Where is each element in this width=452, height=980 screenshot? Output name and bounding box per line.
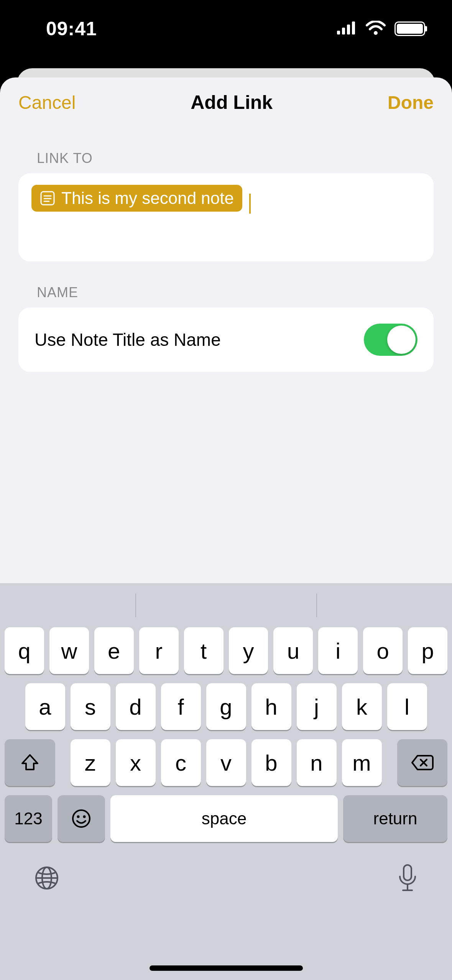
key-g[interactable]: g [206,683,246,730]
key-u[interactable]: u [273,627,313,674]
key-l[interactable]: l [387,683,427,730]
key-emoji[interactable] [58,795,105,842]
use-title-label: Use Note Title as Name [35,329,221,350]
svg-rect-17 [404,865,411,880]
keyboard-row-3: z x c v b n m [0,739,452,786]
text-cursor [249,194,251,214]
modal-sheet: Cancel Add Link Done LINK TO This is my … [0,77,452,980]
key-backspace[interactable] [397,739,448,786]
keyboard-row-4: 123 space return [0,795,452,842]
key-y[interactable]: y [229,627,268,674]
keyboard-row-1: q w e r t y u i o p [0,627,452,674]
svg-rect-1 [342,28,345,35]
globe-button[interactable] [33,864,61,893]
key-t[interactable]: t [184,627,224,674]
keyboard-bottom-bar [0,851,452,895]
battery-icon [394,21,425,36]
key-z[interactable]: z [71,739,110,786]
linked-note-label: This is my second note [61,189,234,208]
key-numbers[interactable]: 123 [5,795,52,842]
svg-point-12 [77,816,80,818]
modal-title: Add Link [191,91,273,113]
key-q[interactable]: q [5,627,44,674]
svg-rect-2 [347,25,350,35]
svg-rect-3 [352,21,355,35]
key-x[interactable]: x [116,739,156,786]
key-n[interactable]: n [297,739,337,786]
keyboard-row-2: a s d f g h j k l [0,683,452,730]
key-i[interactable]: i [318,627,358,674]
status-bar: 09:41 [0,0,452,58]
cancel-button[interactable]: Cancel [18,92,76,113]
key-w[interactable]: w [49,627,89,674]
wifi-icon [365,21,386,37]
cellular-signal-icon [337,21,357,36]
svg-point-11 [73,810,90,827]
key-d[interactable]: d [116,683,156,730]
key-p[interactable]: p [408,627,447,674]
key-m[interactable]: m [342,739,382,786]
link-to-input[interactable]: This is my second note [18,173,434,261]
globe-icon [33,864,61,892]
key-f[interactable]: f [161,683,201,730]
key-c[interactable]: c [161,739,201,786]
linked-note-chip[interactable]: This is my second note [31,185,242,212]
svg-rect-0 [337,31,340,35]
predictive-bar[interactable] [0,583,452,627]
name-header: NAME [37,284,434,301]
key-s[interactable]: s [71,683,110,730]
svg-point-4 [374,31,378,35]
key-space[interactable]: space [110,795,338,842]
svg-point-13 [83,816,86,818]
use-title-toggle[interactable] [364,324,417,356]
emoji-icon [71,808,92,829]
microphone-icon [396,863,419,893]
key-o[interactable]: o [363,627,403,674]
key-return[interactable]: return [343,795,447,842]
key-j[interactable]: j [297,683,337,730]
link-to-section: LINK TO This is my second note [0,150,452,261]
backspace-icon [411,754,434,771]
home-indicator[interactable] [150,965,303,971]
key-h[interactable]: h [251,683,291,730]
name-section: NAME Use Note Title as Name [0,284,452,372]
shift-icon [20,753,40,773]
note-icon [40,191,55,206]
key-k[interactable]: k [342,683,382,730]
key-shift[interactable] [5,739,55,786]
nav-bar: Cancel Add Link Done [0,77,452,127]
keyboard: q w e r t y u i o p a s d f g h j k l [0,583,452,980]
key-b[interactable]: b [251,739,291,786]
key-v[interactable]: v [206,739,246,786]
status-time: 09:41 [46,18,97,40]
done-button[interactable]: Done [388,92,434,113]
key-a[interactable]: a [25,683,65,730]
status-indicators [337,21,425,37]
dictation-button[interactable] [396,863,419,895]
key-r[interactable]: r [139,627,179,674]
key-e[interactable]: e [94,627,134,674]
name-card: Use Note Title as Name [18,307,434,372]
link-to-header: LINK TO [37,150,434,166]
